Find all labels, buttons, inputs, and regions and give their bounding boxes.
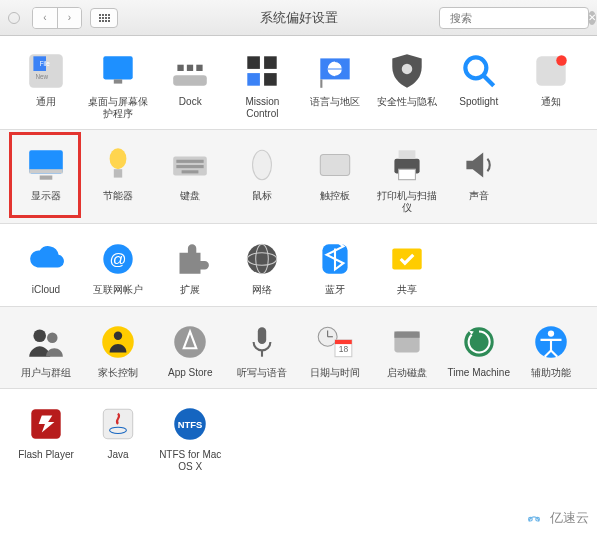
pref-security[interactable]: 安全性与隐私 — [371, 50, 443, 119]
pref-java[interactable]: Java — [82, 403, 154, 472]
svg-rect-30 — [177, 160, 204, 163]
watermark-icon — [522, 510, 546, 526]
pref-label: 蓝牙 — [325, 284, 345, 296]
forward-button[interactable]: › — [57, 8, 81, 28]
pref-label: NTFS for Mac OS X — [156, 449, 224, 472]
clear-search-icon[interactable]: ✕ — [588, 11, 596, 25]
dictation-icon — [241, 321, 283, 363]
pref-internet[interactable]: @互联网帐户 — [82, 238, 154, 296]
pref-extensions[interactable]: 扩展 — [154, 238, 226, 296]
show-all-button[interactable] — [90, 8, 118, 28]
pref-spotlight[interactable]: Spotlight — [443, 50, 515, 119]
close-window-icon[interactable] — [8, 12, 20, 24]
pref-parental[interactable]: 家长控制 — [82, 321, 154, 379]
pref-mouse[interactable]: 鼠标 — [226, 144, 298, 213]
svg-point-47 — [102, 326, 134, 358]
pref-label: 节能器 — [103, 190, 133, 202]
svg-point-27 — [110, 148, 127, 169]
pref-appstore[interactable]: App Store — [154, 321, 226, 379]
back-button[interactable]: ‹ — [33, 8, 57, 28]
notifications-icon — [530, 50, 572, 92]
pref-row-4: Flash PlayerJavaNTFSNTFS for Mac OS X — [0, 389, 597, 482]
nav-buttons: ‹ › — [32, 7, 82, 29]
sharing-icon — [386, 238, 428, 280]
svg-rect-9 — [178, 65, 184, 71]
pref-label: Spotlight — [459, 96, 498, 108]
pref-network[interactable]: 网络 — [226, 238, 298, 296]
svg-point-45 — [33, 329, 46, 342]
pref-bluetooth[interactable]: 蓝牙 — [299, 238, 371, 296]
pref-accessibility[interactable]: 辅助功能 — [515, 321, 587, 379]
pref-trackpad[interactable]: 触控板 — [299, 144, 371, 213]
pref-sound[interactable]: 声音 — [443, 144, 515, 213]
pref-sharing[interactable]: 共享 — [371, 238, 443, 296]
pref-label: 互联网帐户 — [93, 284, 143, 296]
pref-label: Dock — [179, 96, 202, 108]
svg-rect-31 — [177, 165, 204, 168]
pref-label: iCloud — [32, 284, 60, 296]
pref-printers[interactable]: 打印机与扫描仪 — [371, 144, 443, 213]
svg-rect-7 — [114, 79, 122, 83]
pref-datetime[interactable]: 18日期与时间 — [299, 321, 371, 379]
pref-mission[interactable]: Mission Control — [226, 50, 298, 119]
pref-label: App Store — [168, 367, 212, 379]
ntfs-icon: NTFS — [169, 403, 211, 445]
pref-label: 语言与地区 — [310, 96, 360, 108]
dock-icon — [169, 50, 211, 92]
svg-point-23 — [556, 55, 567, 66]
search-input[interactable] — [450, 12, 588, 24]
svg-text:18: 18 — [338, 344, 348, 354]
grid-icon — [99, 14, 110, 22]
svg-rect-13 — [264, 56, 277, 69]
pref-label: 鼠标 — [252, 190, 272, 202]
svg-text:NTFS: NTFS — [178, 419, 203, 430]
pref-language[interactable]: 语言与地区 — [299, 50, 371, 119]
pref-row-0: FileNew通用桌面与屏幕保护程序DockMission Control语言与… — [0, 36, 597, 129]
pref-label: 通用 — [36, 96, 56, 108]
chevron-right-icon: › — [68, 12, 71, 23]
svg-text:File: File — [40, 60, 51, 67]
svg-rect-37 — [398, 169, 415, 180]
search-field[interactable]: ✕ — [439, 7, 589, 29]
pref-keyboard[interactable]: 键盘 — [154, 144, 226, 213]
pref-timemachine[interactable]: Time Machine — [443, 321, 515, 379]
pref-label: Time Machine — [448, 367, 510, 379]
desktop-icon — [97, 50, 139, 92]
pref-label: 触控板 — [320, 190, 350, 202]
svg-rect-50 — [258, 327, 266, 344]
pref-row-2: iCloud@互联网帐户扩展网络蓝牙共享 — [0, 224, 597, 306]
timemachine-icon — [458, 321, 500, 363]
pref-flash[interactable]: Flash Player — [10, 403, 82, 472]
pref-label: 安全性与隐私 — [377, 96, 437, 108]
pref-icloud[interactable]: iCloud — [10, 238, 82, 296]
pref-label: Mission Control — [228, 96, 296, 119]
parental-icon — [97, 321, 139, 363]
svg-line-21 — [483, 75, 494, 86]
pref-notifications[interactable]: 通知 — [515, 50, 587, 119]
pref-users[interactable]: 用户与群组 — [10, 321, 82, 379]
pref-energy[interactable]: 节能器 — [82, 144, 154, 213]
spotlight-icon — [458, 50, 500, 92]
pref-dock[interactable]: Dock — [154, 50, 226, 119]
general-icon: FileNew — [25, 50, 67, 92]
svg-rect-14 — [248, 73, 261, 86]
extensions-icon — [169, 238, 211, 280]
pref-ntfs[interactable]: NTFSNTFS for Mac OS X — [154, 403, 226, 472]
svg-rect-36 — [398, 150, 415, 158]
icloud-icon — [25, 238, 67, 280]
pref-label: 声音 — [469, 190, 489, 202]
pref-startup[interactable]: 启动磁盘 — [371, 321, 443, 379]
pref-label: 日期与时间 — [310, 367, 360, 379]
pref-dictation[interactable]: 听写与语音 — [226, 321, 298, 379]
svg-point-62 — [548, 330, 554, 336]
pref-desktop[interactable]: 桌面与屏幕保护程序 — [82, 50, 154, 119]
svg-rect-11 — [197, 65, 203, 71]
sound-icon — [458, 144, 500, 186]
svg-rect-56 — [335, 339, 352, 343]
pref-general[interactable]: FileNew通用 — [10, 50, 82, 119]
svg-rect-6 — [103, 56, 132, 79]
svg-point-40 — [248, 244, 277, 273]
svg-point-46 — [47, 332, 58, 343]
pref-label: Java — [108, 449, 129, 461]
pref-row-1: 显示器节能器键盘鼠标触控板打印机与扫描仪声音 — [0, 129, 597, 224]
